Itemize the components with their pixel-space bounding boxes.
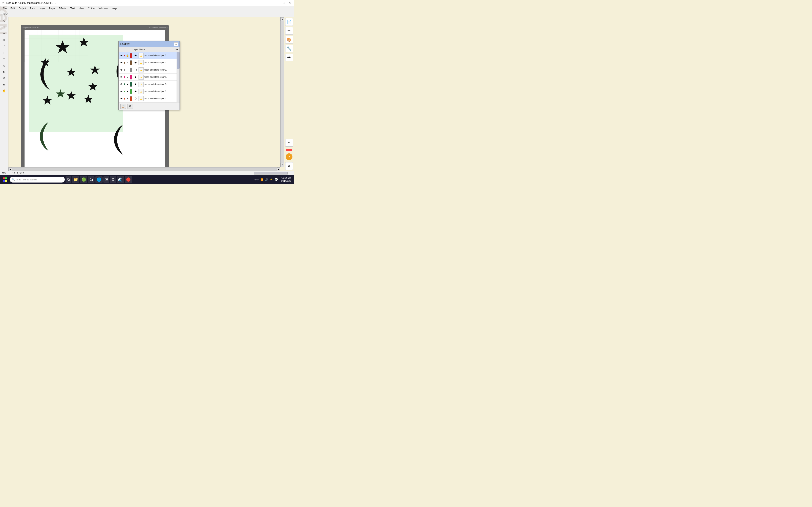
app4-button[interactable]: 🔴 [125,176,132,183]
layer-color-swatch[interactable] [130,96,132,101]
layer-lock-icon[interactable]: • [126,82,129,86]
taskbar-clock[interactable]: 10:37 AM 2/21/2022 [279,177,293,182]
layer-visibility-toggle[interactable]: 👁 [119,90,123,93]
chrome-button[interactable]: 🌐 [95,176,103,183]
menu-item-layer[interactable]: Layer [37,7,47,10]
notifications-button[interactable]: 💬 [274,178,278,181]
layer-lock-icon[interactable]: • [126,75,129,79]
layer-row[interactable]: 👁 • ★ 🌙 moon-and-stars-clipart1.j [119,73,180,81]
layer-lock-icon[interactable]: • [126,97,129,100]
svg-marker-3 [79,37,89,47]
layer-active-dot [124,98,125,100]
layer-color-swatch[interactable] [130,60,132,65]
menu-item-cutter[interactable]: Cutter [86,7,97,10]
restore-button[interactable]: ❐ [281,1,286,5]
layer-visibility-toggle[interactable]: 👁 [119,54,123,57]
color-indicator [286,149,292,151]
scroll-track[interactable] [281,21,284,163]
menu-item-view[interactable]: View [77,7,86,10]
app2-button[interactable]: 🗂 [88,176,95,183]
line-tool-btn[interactable]: / [1,44,8,49]
layer-row[interactable]: 👁 • ★ 🌙 moon-and-stars-clipart1.j [119,59,180,66]
scroll-down-button[interactable]: ▼ [281,163,284,167]
rect-tool-btn[interactable]: □ [1,56,8,62]
layers-panel-header[interactable]: LAYERS □ [119,41,180,47]
node-tool-btn[interactable]: ◇ [1,62,8,68]
layer-row[interactable]: 👁 • ★ 🌙 moon-and-stars-clipart1.j [119,88,180,95]
settings-app-button[interactable]: ⚙ [110,176,116,183]
layer-visibility-toggle[interactable]: 👁 [119,82,123,86]
close-button[interactable]: ✕ [287,1,292,5]
date-display: 2/21/2022 [281,180,291,182]
windows-logo-icon [3,177,7,182]
file-explorer-button[interactable]: 📁 [72,176,79,183]
layer-lock-icon[interactable]: • [126,68,129,72]
task-view-button[interactable]: ⧉ [65,176,71,183]
scroll-right-button[interactable]: ▶ [277,168,281,171]
horizontal-scrollbar[interactable]: ◀ ▶ [8,167,281,171]
color-button[interactable]: 🎨 [285,36,293,44]
layers-list: 👁 🔒 ★ 🌙 moon-and-stars-clipart1.j 👁 • ★ … [119,52,180,102]
menu-item-text[interactable]: Text [68,7,77,10]
layer-color-swatch[interactable] [130,75,132,79]
pencil-tool-btn[interactable]: ✏ [1,37,8,43]
layer-color-swatch[interactable] [130,68,132,72]
layer-visibility-toggle[interactable]: 👁 [119,97,123,101]
layer-color-swatch[interactable] [130,53,132,58]
layer-row[interactable]: 👁 🔒 ★ 🌙 moon-and-stars-clipart1.j [119,52,180,59]
vertical-scrollbar[interactable]: ▲ ▼ [281,17,284,167]
layer-lock-icon[interactable]: • [126,61,129,64]
mat-label-tl: Graphtec/CraftROBO [22,26,40,29]
layer-active-dot [124,69,125,71]
mail-button[interactable]: ✉ [103,176,109,183]
scroll-left-button[interactable]: ◀ [8,168,12,171]
layer-shape-icon: ★ [133,82,138,87]
menu-item-path[interactable]: Path [28,7,37,10]
help-button[interactable]: ? [286,153,293,160]
start-button[interactable] [1,176,9,183]
edge-button[interactable]: 🌊 [117,176,124,183]
hand-tool-btn[interactable]: ✋ [1,88,8,94]
menu-item-help[interactable]: Help [110,7,118,10]
delete-layer-button[interactable]: 🗑 [128,104,133,109]
zoom-tool-btn[interactable]: ⊕ [1,75,8,81]
scroll-up-button[interactable]: ▲ [281,17,284,21]
menu-item-page[interactable]: Page [47,7,56,10]
layers-button[interactable]: ⧉ [285,162,293,170]
layer-thumbnail: 🌙 [139,96,144,101]
layer-row[interactable]: 👁 • ☽ 🌙 moon-and-stars-clipart1.j [119,66,180,73]
scroll-bottom-button[interactable]: ▼ [285,139,293,147]
layers-scrollbar[interactable] [176,52,180,102]
layer-row[interactable]: 👁 • ☽ 🌙 moon-and-stars-clipart1.j ▼ [119,95,180,102]
layers-scroll-thumb[interactable] [177,52,180,69]
minimize-button[interactable]: — [275,1,281,5]
add-layer-button[interactable]: 📋 [120,104,126,109]
move-tool-button[interactable]: ✛ [285,27,293,35]
h-scroll-track[interactable] [12,168,277,171]
layer-color-swatch[interactable] [130,89,132,94]
menu-item-object[interactable]: Object [17,7,28,10]
layer-row[interactable]: 👁 • ★ 🌙 moon-and-stars-clipart1.j [119,81,180,88]
layer-visibility-toggle[interactable]: 👁 [119,75,123,79]
menu-item-window[interactable]: Window [97,7,109,10]
layer-active-dot [124,76,125,78]
layer-visibility-toggle[interactable]: 👁 [119,68,123,72]
menu-item-effects[interactable]: Effects [57,7,68,10]
taskbar-search-box[interactable]: 🔍 Type here to search [10,177,65,182]
settings-button[interactable]: 🔧 [285,45,293,52]
grid-tool-btn[interactable]: ⊞ [1,81,8,88]
layer-color-swatch[interactable] [130,82,132,87]
layer-lock-icon[interactable]: 🔒 [126,54,129,57]
layer-name-label: moon-and-stars-clipart1.j [144,61,179,64]
font-button[interactable]: AA [285,54,293,61]
weld-tool-btn[interactable]: ⊕ [1,69,8,75]
app1-button[interactable]: 🟢 [80,176,87,183]
layers-title: LAYERS [120,43,131,46]
layer-thumbnail: 🌙 [139,53,144,58]
layers-menu-icon[interactable]: ≡▸ [175,48,178,51]
eraser-tool-btn[interactable]: ◻ [1,50,8,56]
layers-collapse-button[interactable]: □ [174,42,178,46]
new-page-button[interactable]: 📄 [285,18,293,26]
layer-visibility-toggle[interactable]: 👁 [119,61,123,65]
layer-lock-icon[interactable]: • [126,90,129,93]
